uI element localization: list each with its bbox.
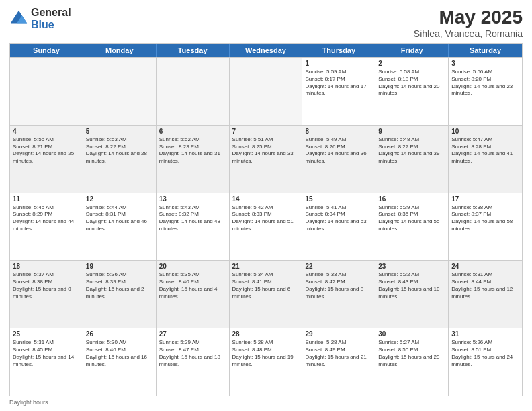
cell-info-19: Sunrise: 5:36 AMSunset: 8:39 PMDaylight:… xyxy=(86,271,153,300)
day-cell-2: 2Sunrise: 5:58 AMSunset: 8:18 PMDaylight… xyxy=(375,58,449,125)
day-cell-31: 31Sunrise: 5:26 AMSunset: 8:51 PMDayligh… xyxy=(449,328,522,396)
day-cell-21: 21Sunrise: 5:34 AMSunset: 8:41 PMDayligh… xyxy=(230,261,303,328)
logo-general-text: General xyxy=(31,7,71,19)
day-cell-26: 26Sunrise: 5:30 AMSunset: 8:46 PMDayligh… xyxy=(83,328,157,396)
cell-info-14: Sunrise: 5:42 AMSunset: 8:33 PMDaylight:… xyxy=(232,204,300,233)
day-cell-6: 6Sunrise: 5:52 AMSunset: 8:23 PMDaylight… xyxy=(157,126,230,193)
calendar-header: Sunday Monday Tuesday Wednesday Thursday… xyxy=(10,44,522,57)
day-cell-16: 16Sunrise: 5:39 AMSunset: 8:35 PMDayligh… xyxy=(375,193,449,261)
day-cell-12: 12Sunrise: 5:44 AMSunset: 8:31 PMDayligh… xyxy=(83,193,157,261)
empty-cell-0-0 xyxy=(10,58,83,125)
cell-info-31: Sunrise: 5:26 AMSunset: 8:51 PMDaylight:… xyxy=(451,339,519,368)
cell-info-17: Sunrise: 5:38 AMSunset: 8:37 PMDaylight:… xyxy=(451,204,519,233)
day-cell-8: 8Sunrise: 5:49 AMSunset: 8:26 PMDaylight… xyxy=(302,126,375,193)
day-cell-27: 27Sunrise: 5:29 AMSunset: 8:47 PMDayligh… xyxy=(157,328,230,396)
day-cell-25: 25Sunrise: 5:31 AMSunset: 8:45 PMDayligh… xyxy=(10,328,83,396)
day-number-20: 20 xyxy=(159,263,226,270)
cell-info-28: Sunrise: 5:28 AMSunset: 8:48 PMDaylight:… xyxy=(232,339,300,368)
cell-info-16: Sunrise: 5:39 AMSunset: 8:35 PMDaylight:… xyxy=(378,204,445,233)
logo-text: General Blue xyxy=(31,7,71,30)
day-cell-4: 4Sunrise: 5:55 AMSunset: 8:21 PMDaylight… xyxy=(10,126,83,193)
cell-info-30: Sunrise: 5:27 AMSunset: 8:50 PMDaylight:… xyxy=(378,339,445,368)
week-row-1: 1Sunrise: 5:59 AMSunset: 8:17 PMDaylight… xyxy=(10,57,522,125)
cell-info-5: Sunrise: 5:53 AMSunset: 8:22 PMDaylight:… xyxy=(86,136,153,165)
day-cell-3: 3Sunrise: 5:56 AMSunset: 8:20 PMDaylight… xyxy=(449,58,522,125)
header-wednesday: Wednesday xyxy=(230,44,303,57)
day-number-10: 10 xyxy=(451,128,519,135)
week-row-3: 11Sunrise: 5:45 AMSunset: 8:29 PMDayligh… xyxy=(10,193,522,261)
calendar: Sunday Monday Tuesday Wednesday Thursday… xyxy=(9,43,523,396)
footer: Daylight hours xyxy=(9,399,523,406)
cell-info-27: Sunrise: 5:29 AMSunset: 8:47 PMDaylight:… xyxy=(159,339,226,368)
cell-info-29: Sunrise: 5:28 AMSunset: 8:49 PMDaylight:… xyxy=(305,339,372,368)
day-cell-1: 1Sunrise: 5:59 AMSunset: 8:17 PMDaylight… xyxy=(302,58,375,125)
week-row-4: 18Sunrise: 5:37 AMSunset: 8:38 PMDayligh… xyxy=(10,260,522,328)
day-number-15: 15 xyxy=(305,195,372,203)
header-tuesday: Tuesday xyxy=(157,44,230,57)
footer-text: Daylight hours xyxy=(9,399,48,406)
day-number-6: 6 xyxy=(159,128,226,135)
cell-info-11: Sunrise: 5:45 AMSunset: 8:29 PMDaylight:… xyxy=(13,204,80,233)
day-number-2: 2 xyxy=(378,60,445,67)
day-number-12: 12 xyxy=(86,195,153,203)
day-cell-13: 13Sunrise: 5:43 AMSunset: 8:32 PMDayligh… xyxy=(157,193,230,261)
day-number-13: 13 xyxy=(159,195,226,203)
day-cell-5: 5Sunrise: 5:53 AMSunset: 8:22 PMDaylight… xyxy=(83,126,157,193)
day-number-30: 30 xyxy=(378,330,445,338)
title-block: May 2025 Sihlea, Vrancea, Romania xyxy=(414,7,523,39)
cell-info-13: Sunrise: 5:43 AMSunset: 8:32 PMDaylight:… xyxy=(159,204,226,233)
cell-info-3: Sunrise: 5:56 AMSunset: 8:20 PMDaylight:… xyxy=(451,68,519,97)
day-number-8: 8 xyxy=(305,128,372,135)
day-number-17: 17 xyxy=(451,195,519,203)
cell-info-9: Sunrise: 5:48 AMSunset: 8:27 PMDaylight:… xyxy=(378,136,445,165)
day-number-28: 28 xyxy=(232,330,300,338)
day-number-4: 4 xyxy=(13,128,80,135)
day-number-29: 29 xyxy=(305,330,372,338)
day-number-16: 16 xyxy=(378,195,445,203)
logo-blue-text: Blue xyxy=(31,19,71,31)
day-cell-11: 11Sunrise: 5:45 AMSunset: 8:29 PMDayligh… xyxy=(10,193,83,261)
day-number-24: 24 xyxy=(451,263,519,270)
day-number-7: 7 xyxy=(232,128,300,135)
logo: General Blue xyxy=(9,7,71,30)
cell-info-10: Sunrise: 5:47 AMSunset: 8:28 PMDaylight:… xyxy=(451,136,519,165)
day-cell-29: 29Sunrise: 5:28 AMSunset: 8:49 PMDayligh… xyxy=(302,328,375,396)
day-number-9: 9 xyxy=(378,128,445,135)
day-number-11: 11 xyxy=(13,195,80,203)
day-cell-18: 18Sunrise: 5:37 AMSunset: 8:38 PMDayligh… xyxy=(10,261,83,328)
day-number-3: 3 xyxy=(451,60,519,67)
cell-info-23: Sunrise: 5:32 AMSunset: 8:43 PMDaylight:… xyxy=(378,271,445,300)
title-location: Sihlea, Vrancea, Romania xyxy=(414,28,523,39)
day-cell-19: 19Sunrise: 5:36 AMSunset: 8:39 PMDayligh… xyxy=(83,261,157,328)
cell-info-8: Sunrise: 5:49 AMSunset: 8:26 PMDaylight:… xyxy=(305,136,372,165)
empty-cell-0-2 xyxy=(157,58,230,125)
header: General Blue May 2025 Sihlea, Vrancea, R… xyxy=(9,7,523,39)
week-row-2: 4Sunrise: 5:55 AMSunset: 8:21 PMDaylight… xyxy=(10,125,522,193)
day-number-5: 5 xyxy=(86,128,153,135)
logo-icon xyxy=(9,9,28,28)
cell-info-22: Sunrise: 5:33 AMSunset: 8:42 PMDaylight:… xyxy=(305,271,372,300)
day-cell-30: 30Sunrise: 5:27 AMSunset: 8:50 PMDayligh… xyxy=(375,328,449,396)
day-number-31: 31 xyxy=(451,330,519,338)
cell-info-7: Sunrise: 5:51 AMSunset: 8:25 PMDaylight:… xyxy=(232,136,300,165)
day-cell-15: 15Sunrise: 5:41 AMSunset: 8:34 PMDayligh… xyxy=(302,193,375,261)
empty-cell-0-3 xyxy=(230,58,303,125)
day-number-27: 27 xyxy=(159,330,226,338)
header-friday: Friday xyxy=(375,44,449,57)
cell-info-21: Sunrise: 5:34 AMSunset: 8:41 PMDaylight:… xyxy=(232,271,300,300)
cell-info-26: Sunrise: 5:30 AMSunset: 8:46 PMDaylight:… xyxy=(86,339,153,368)
week-row-5: 25Sunrise: 5:31 AMSunset: 8:45 PMDayligh… xyxy=(10,328,522,396)
day-number-14: 14 xyxy=(232,195,300,203)
page: General Blue May 2025 Sihlea, Vrancea, R… xyxy=(0,0,532,411)
cell-info-6: Sunrise: 5:52 AMSunset: 8:23 PMDaylight:… xyxy=(159,136,226,165)
day-cell-28: 28Sunrise: 5:28 AMSunset: 8:48 PMDayligh… xyxy=(230,328,303,396)
cell-info-24: Sunrise: 5:31 AMSunset: 8:44 PMDaylight:… xyxy=(451,271,519,300)
cell-info-12: Sunrise: 5:44 AMSunset: 8:31 PMDaylight:… xyxy=(86,204,153,233)
day-number-19: 19 xyxy=(86,263,153,270)
cell-info-2: Sunrise: 5:58 AMSunset: 8:18 PMDaylight:… xyxy=(378,68,445,97)
day-cell-9: 9Sunrise: 5:48 AMSunset: 8:27 PMDaylight… xyxy=(375,126,449,193)
day-number-23: 23 xyxy=(378,263,445,270)
cell-info-20: Sunrise: 5:35 AMSunset: 8:40 PMDaylight:… xyxy=(159,271,226,300)
cell-info-4: Sunrise: 5:55 AMSunset: 8:21 PMDaylight:… xyxy=(13,136,80,165)
day-cell-24: 24Sunrise: 5:31 AMSunset: 8:44 PMDayligh… xyxy=(449,261,522,328)
